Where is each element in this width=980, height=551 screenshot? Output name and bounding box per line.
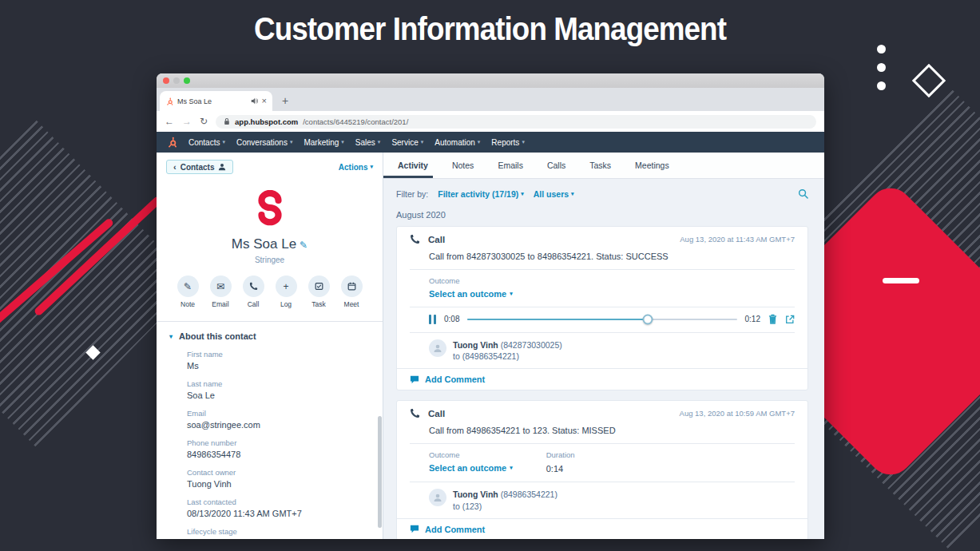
browser-tabstrip: Ms Soa Le × + (157, 88, 824, 111)
contact-sidebar: ‹ Contacts Actions▾ Ms Soa Le✎ Stringee … (157, 153, 383, 539)
sidebar-scrollbar[interactable] (378, 416, 382, 528)
tab-meetings[interactable]: Meetings (635, 161, 669, 170)
chevron-down-icon: ▾ (341, 139, 344, 145)
call-description: Call from 842873030025 to 84986354221. S… (429, 252, 795, 261)
quick-action-meet[interactable]: Meet (339, 276, 364, 308)
add-comment-button[interactable]: Add Comment (397, 518, 807, 539)
chevron-down-icon: ▾ (222, 139, 225, 145)
hubspot-navbar: Contacts▾ Conversations▾ Marketing▾ Sale… (157, 132, 824, 153)
edit-name-icon[interactable]: ✎ (300, 240, 307, 251)
phone-icon (243, 276, 264, 297)
duration-value: 0:14 (546, 464, 575, 474)
actions-dropdown[interactable]: Actions▾ (339, 163, 373, 172)
chevron-down-icon: ▾ (370, 164, 373, 170)
address-bar[interactable]: app.hubspot.com/contacts/6445219/contact… (216, 115, 816, 129)
divider (410, 332, 795, 333)
participant-number: (842873030025) (501, 340, 562, 350)
hubspot-favicon-icon (165, 97, 173, 105)
quick-action-note[interactable]: ✎ Note (175, 276, 200, 308)
nav-item-automation[interactable]: Automation▾ (434, 138, 480, 147)
quick-action-email[interactable]: ✉ Email (208, 276, 233, 308)
new-tab-button[interactable]: + (282, 91, 288, 111)
chevron-down-icon: ▾ (478, 139, 481, 145)
slider-thumb[interactable] (643, 314, 653, 324)
call-timestamp: Aug 13, 2020 at 10:59 AM GMT+7 (680, 409, 795, 418)
trash-icon[interactable] (768, 314, 777, 324)
browser-toolbar: ← → ↻ app.hubspot.com/contacts/6445219/c… (157, 111, 824, 132)
field-last-contacted: Last contacted 08/13/2020 11:43 AM GMT+7 (169, 497, 370, 518)
tab-activity[interactable]: Activity (398, 161, 428, 170)
quick-action-task[interactable]: Task (306, 276, 331, 308)
month-header: August 2020 (383, 199, 824, 226)
field-first-name: First name Ms (169, 350, 370, 371)
nav-item-contacts[interactable]: Contacts▾ (188, 138, 225, 147)
chevron-down-icon: ▾ (522, 139, 525, 145)
call-title[interactable]: Call (428, 235, 672, 244)
close-window-button[interactable] (163, 77, 169, 84)
browser-tab[interactable]: Ms Soa Le × (160, 91, 272, 111)
call-title[interactable]: Call (428, 409, 672, 418)
quick-action-call[interactable]: Call (240, 276, 266, 308)
filter-activity-dropdown[interactable]: Filter activity (17/19)▾ (438, 189, 523, 199)
select-outcome-dropdown[interactable]: Select an outcome▾ (429, 463, 513, 473)
chevron-down-icon: ▾ (421, 139, 424, 145)
seek-slider[interactable] (467, 319, 736, 320)
tab-tasks[interactable]: Tasks (589, 161, 611, 170)
tab-emails[interactable]: Emails (498, 161, 523, 170)
tab-audio-icon[interactable] (251, 97, 258, 105)
nav-item-reports[interactable]: Reports▾ (491, 138, 525, 147)
contact-name: Ms Soa Le✎ (157, 236, 383, 252)
chevron-down-icon: ▾ (521, 191, 524, 197)
about-this-contact-header[interactable]: ▾ About this contact (169, 331, 370, 341)
avatar (429, 489, 446, 506)
external-link-icon[interactable] (785, 315, 795, 324)
tab-calls[interactable]: Calls (547, 161, 565, 170)
chevron-down-icon: ▾ (169, 333, 173, 340)
white-dash-shape (883, 278, 919, 283)
reload-button[interactable]: ↻ (200, 116, 208, 127)
chevron-down-icon: ▾ (510, 465, 513, 471)
tab-close-icon[interactable]: × (262, 97, 267, 105)
nav-item-service[interactable]: Service▾ (391, 138, 423, 147)
filter-users-dropdown[interactable]: All users▾ (534, 189, 574, 199)
plus-icon: + (276, 276, 297, 297)
search-icon[interactable] (798, 188, 808, 199)
deco-dot (877, 81, 886, 90)
call-card: Call Aug 13, 2020 at 11:43 AM GMT+7 Call… (396, 226, 808, 390)
outcome-label: Outcome (429, 276, 795, 285)
forward-button[interactable]: → (182, 116, 192, 127)
audio-player: 0:08 0:12 (429, 314, 795, 324)
browser-window: Ms Soa Le × + ← → ↻ app.hubspot.com/cont… (157, 73, 824, 539)
hubspot-logo-icon[interactable] (166, 137, 177, 148)
avatar (429, 339, 446, 357)
divider (410, 482, 795, 482)
url-domain: app.hubspot.com (235, 117, 298, 126)
tab-notes[interactable]: Notes (452, 161, 474, 170)
activity-tabs: Activity Notes Emails Calls Tasks Meetin… (383, 153, 824, 179)
call-description: Call from 84986354221 to 123. Status: MI… (429, 426, 795, 435)
task-icon (308, 276, 330, 297)
field-contact-owner: Contact owner Tuong Vinh (169, 468, 370, 489)
back-to-contacts-button[interactable]: ‹ Contacts (166, 160, 233, 174)
call-participant: Tuong Vinh (842873030025)to (84986354221… (429, 339, 795, 362)
add-comment-button[interactable]: Add Comment (397, 368, 807, 390)
url-path: /contacts/6445219/contact/201/ (303, 117, 408, 126)
back-button[interactable]: ← (165, 116, 174, 127)
call-timestamp: Aug 13, 2020 at 11:43 AM GMT+7 (680, 235, 795, 244)
lock-icon (224, 117, 230, 125)
pause-icon[interactable] (429, 315, 436, 324)
duration-label: Duration (546, 450, 575, 459)
nav-item-marketing[interactable]: Marketing▾ (304, 138, 343, 147)
select-outcome-dropdown[interactable]: Select an outcome▾ (429, 289, 795, 299)
email-icon: ✉ (210, 276, 232, 297)
quick-action-log[interactable]: + Log (273, 276, 299, 308)
nav-item-conversations[interactable]: Conversations▾ (236, 138, 292, 147)
minimize-window-button[interactable] (173, 77, 180, 84)
field-email: Email soa@stringee.com (169, 409, 370, 430)
nav-item-sales[interactable]: Sales▾ (355, 138, 381, 147)
zoom-window-button[interactable] (184, 77, 190, 84)
chevron-down-icon: ▾ (290, 139, 293, 145)
divider (410, 269, 795, 270)
chevron-down-icon: ▾ (378, 139, 381, 145)
chevron-down-icon: ▾ (571, 191, 574, 197)
